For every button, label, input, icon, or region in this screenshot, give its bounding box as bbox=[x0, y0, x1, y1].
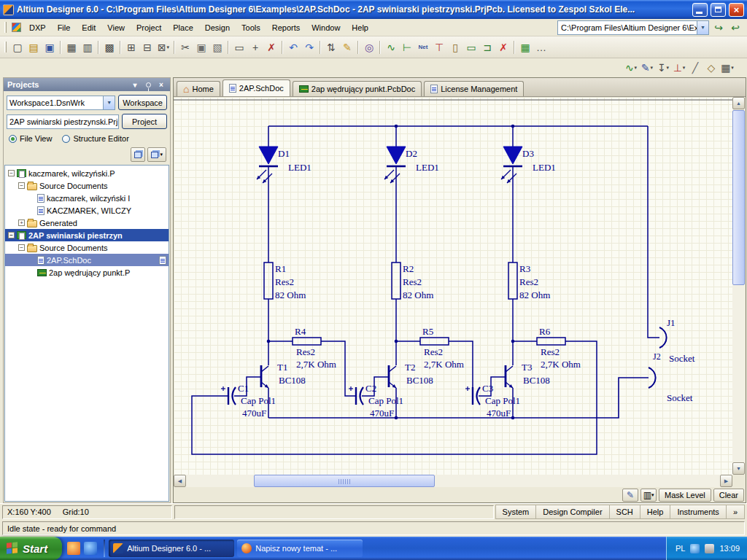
panel-button-more[interactable]: » bbox=[726, 505, 745, 519]
tree-item[interactable]: −Source Documents bbox=[5, 179, 169, 192]
close-button[interactable]: × bbox=[729, 3, 744, 17]
socket-symbol[interactable] bbox=[649, 368, 656, 388]
menu-window[interactable]: Window bbox=[306, 20, 346, 35]
nav-back-icon[interactable]: ↩ bbox=[728, 20, 743, 35]
taskbar-task-altium[interactable]: Altium Designer 6.0 - ... bbox=[109, 540, 234, 557]
tab-2ap-schdoc[interactable]: 2AP.SchDoc bbox=[222, 79, 290, 96]
quicklaunch-desktop-icon[interactable] bbox=[84, 542, 97, 555]
close-panel-icon[interactable]: × bbox=[156, 79, 166, 90]
language-indicator[interactable]: PL bbox=[676, 544, 685, 553]
wiring-tools-icon[interactable]: ∿▾ bbox=[623, 60, 639, 76]
wire[interactable] bbox=[648, 126, 659, 338]
panel-menu-icon[interactable]: ▾ bbox=[130, 79, 140, 90]
save-icon[interactable]: ▣ bbox=[42, 39, 58, 55]
undo-icon[interactable]: ↶ bbox=[285, 39, 301, 55]
copy-icon[interactable]: ▣ bbox=[193, 39, 209, 55]
resistor-symbol[interactable] bbox=[293, 338, 321, 345]
power-sources-icon[interactable]: ⊥▾ bbox=[671, 60, 687, 76]
open-folder-icon[interactable]: ▤ bbox=[26, 39, 42, 55]
tree-item[interactable]: 2ap wędrujący punkt.P bbox=[5, 266, 169, 279]
restore-button[interactable] bbox=[711, 3, 726, 17]
scroll-up-icon[interactable]: ▲ bbox=[732, 97, 745, 109]
led-symbol[interactable] bbox=[259, 147, 278, 164]
align-tools-icon[interactable]: ↧▾ bbox=[655, 60, 671, 76]
place-part-icon[interactable]: ▯ bbox=[447, 39, 463, 55]
net-label-icon[interactable]: Net bbox=[415, 39, 431, 55]
scroll-left-icon[interactable]: ◀ bbox=[174, 475, 186, 487]
menu-place[interactable]: Place bbox=[167, 20, 199, 35]
zoom-window-icon[interactable]: ⊞ bbox=[123, 39, 139, 55]
grid-settings-icon[interactable]: ▦▾ bbox=[719, 60, 735, 76]
clear-button[interactable]: Clear bbox=[713, 489, 744, 502]
cut-icon[interactable]: ✂ bbox=[177, 39, 193, 55]
select-area-icon[interactable]: ▭ bbox=[231, 39, 247, 55]
bus-tool-icon[interactable]: ⊢ bbox=[399, 39, 415, 55]
tree-item[interactable]: kaczmarek, wilczyński I bbox=[5, 192, 169, 204]
collapse-icon[interactable]: − bbox=[18, 182, 25, 189]
menu-help[interactable]: Help bbox=[346, 20, 374, 35]
structure-editor-radio[interactable] bbox=[62, 135, 70, 143]
cross-select-icon[interactable]: ⇅ bbox=[323, 39, 339, 55]
tray-volume-icon[interactable] bbox=[705, 544, 714, 553]
tab-2ap-wędrujący-punkt-pcbdoc[interactable]: 2ap wędrujący punkt.PcbDoc bbox=[293, 81, 422, 96]
collapse-icon[interactable]: − bbox=[8, 170, 15, 176]
panel-button-sch[interactable]: SCH bbox=[609, 505, 640, 519]
zoom-fit-icon[interactable]: ⊟ bbox=[139, 39, 155, 55]
move-object-icon[interactable]: + bbox=[247, 39, 263, 55]
scroll-down-icon[interactable]: ▼ bbox=[732, 462, 745, 475]
new-document-icon[interactable]: ▢ bbox=[9, 39, 26, 55]
tree-item[interactable]: KACZMAREK, WILCZY bbox=[5, 204, 169, 217]
transistor-collector[interactable] bbox=[261, 366, 268, 372]
filter-mode-icon[interactable]: ▥▾ bbox=[640, 489, 657, 502]
sheet-symbol-icon[interactable]: ▭ bbox=[463, 39, 479, 55]
schematic[interactable]: D1LED1R1Res282 OhmR4Res22,7K OhmT1BC108C… bbox=[174, 97, 732, 475]
taskbar-task-firefox[interactable]: Napisz nowy temat - ... bbox=[237, 540, 363, 557]
workspace-panels-icon[interactable]: ▩ bbox=[101, 39, 117, 55]
eyedropper-icon[interactable]: ╱ bbox=[687, 60, 703, 76]
panel-button-help[interactable]: Help bbox=[640, 505, 671, 519]
resistor-symbol[interactable] bbox=[420, 338, 449, 345]
tab-license-management[interactable]: License Management bbox=[424, 81, 524, 96]
led-symbol[interactable] bbox=[503, 147, 522, 164]
quicklaunch-browser-icon[interactable] bbox=[67, 542, 80, 555]
power-port-icon[interactable]: ⊤ bbox=[431, 39, 447, 55]
document-path-combo[interactable]: C:\Program Files\Altium Designer 6\Ex ▼ bbox=[557, 20, 709, 35]
redo-icon[interactable]: ↷ bbox=[301, 39, 317, 55]
file-view-radio[interactable] bbox=[9, 135, 17, 143]
print-icon[interactable]: ▦ bbox=[63, 39, 80, 55]
clear-filter-icon[interactable]: ✗ bbox=[263, 39, 279, 55]
horizontal-scroll-thumb[interactable] bbox=[254, 475, 435, 487]
zoom-selection-icon[interactable]: ⊠▾ bbox=[155, 39, 171, 55]
transistor-collector[interactable] bbox=[506, 366, 513, 372]
menu-reports[interactable]: Reports bbox=[266, 20, 306, 35]
menu-file[interactable]: File bbox=[52, 20, 77, 35]
panel-documents-button[interactable] bbox=[131, 147, 145, 162]
project-field[interactable]: 2AP swiniarski piestrzynski.Prj bbox=[7, 114, 119, 129]
transistor-collector[interactable] bbox=[389, 366, 396, 372]
menu-tools[interactable]: Tools bbox=[236, 20, 266, 35]
paste-icon[interactable]: ▧ bbox=[209, 39, 225, 55]
panel-button-instruments[interactable]: Instruments bbox=[670, 505, 726, 519]
tree-item[interactable]: +Generated bbox=[5, 217, 169, 229]
more-tools-icon[interactable]: … bbox=[533, 39, 549, 55]
menu-view[interactable]: View bbox=[101, 20, 131, 35]
collapse-icon[interactable]: − bbox=[18, 244, 25, 251]
mask-level-button[interactable]: Mask Level bbox=[659, 489, 711, 502]
schematic-canvas[interactable]: D1LED1R1Res282 OhmR4Res22,7K OhmT1BC108C… bbox=[174, 97, 732, 475]
workspace-combo[interactable]: Workspace1.DsnWrk ▼ bbox=[7, 96, 115, 110]
minimize-button[interactable] bbox=[692, 3, 708, 17]
led-symbol[interactable] bbox=[387, 147, 406, 164]
compile-icon[interactable]: ◎ bbox=[361, 39, 377, 55]
pin-icon[interactable] bbox=[143, 79, 153, 90]
vertical-scroll-thumb[interactable] bbox=[732, 110, 745, 285]
project-button[interactable]: Project bbox=[122, 114, 167, 129]
tree-item[interactable]: −Source Documents bbox=[5, 241, 169, 254]
start-button[interactable]: Start bbox=[0, 537, 62, 560]
no-erc-icon[interactable]: ✗ bbox=[495, 39, 511, 55]
menu-dxp[interactable]: DXP bbox=[23, 20, 52, 35]
place-port-icon[interactable]: ⊐ bbox=[479, 39, 495, 55]
resistor-symbol[interactable] bbox=[508, 262, 517, 299]
menu-project[interactable]: Project bbox=[131, 20, 167, 35]
ground-rail[interactable] bbox=[268, 378, 649, 418]
collapse-icon[interactable]: − bbox=[8, 232, 15, 238]
